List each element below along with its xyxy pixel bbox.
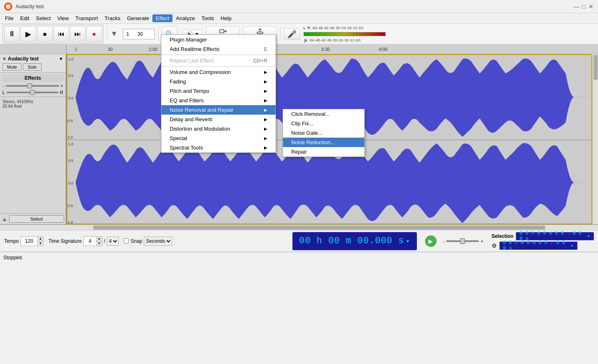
microphone-icon: 🎤 — [288, 30, 297, 39]
menu-tracks[interactable]: Tracks — [101, 14, 124, 22]
scrollbar-track[interactable] — [67, 225, 598, 230]
menu-select[interactable]: Select — [32, 14, 54, 22]
submenu-noise-reduction[interactable]: Noise Reduction... — [283, 138, 364, 147]
close-button[interactable]: ✕ — [588, 4, 594, 9]
track-close-button[interactable]: ✕ — [2, 56, 6, 62]
special-arrow: ▶ — [264, 136, 267, 141]
svg-point-0 — [6, 4, 11, 9]
menu-spectral[interactable]: Spectral Tools ▶ — [161, 143, 276, 152]
tempo-up[interactable]: ▲ — [37, 237, 43, 241]
play-button[interactable]: ▶ — [21, 26, 36, 42]
spectral-arrow: ▶ — [264, 145, 267, 150]
track-menu-button[interactable]: ▼ — [59, 56, 63, 61]
sig-numerator[interactable] — [84, 237, 96, 246]
pan-l-label: L — [2, 90, 5, 95]
sig-divider: / — [104, 238, 105, 244]
menu-delay-reverb[interactable]: Delay and Reverb ▶ — [161, 115, 276, 124]
menu-edit[interactable]: Edit — [17, 14, 32, 22]
menu-effect[interactable]: Effect — [152, 14, 172, 22]
minimize-button[interactable]: — — [573, 4, 579, 9]
sig-denominator[interactable]: 48 — [107, 237, 119, 246]
tempo-input-wrap[interactable]: ▲ ▼ — [21, 236, 44, 246]
amp-label-bn05: -0.5 — [67, 204, 73, 208]
selection-settings-icon[interactable]: ⚙ — [492, 242, 497, 249]
right-scrollbar[interactable] — [592, 54, 598, 224]
menu-generate[interactable]: Generate — [124, 14, 152, 22]
select-button[interactable]: Select — [9, 215, 64, 223]
scrollbar-thumb-h[interactable] — [93, 226, 545, 230]
menu-analyze[interactable]: Analyze — [172, 14, 198, 22]
menu-noise-removal[interactable]: Noise Removal and Repair ▶ — [161, 105, 276, 115]
mute-button[interactable]: Mute — [2, 63, 21, 71]
skip-forward-button[interactable]: ⏭ — [70, 26, 85, 42]
tempo-slider-thumb[interactable] — [460, 238, 465, 244]
menu-help[interactable]: Help — [217, 14, 235, 22]
menu-plugin-manager[interactable]: Plugin Manager — [161, 35, 276, 44]
selection-end-value: 0 0 h 0 0 m 0 0 . 0 0 0 s — [503, 240, 571, 251]
menu-pitch-tempo[interactable]: Pitch and Tempo ▶ — [161, 86, 276, 96]
vol-plus: + — [61, 83, 63, 88]
track-name: Audacity test — [8, 56, 57, 62]
menu-eq-filters[interactable]: EQ and Filters ▶ — [161, 96, 276, 105]
horizontal-scrollbar[interactable] — [0, 225, 598, 230]
window-controls: — □ ✕ — [573, 4, 594, 9]
menu-file[interactable]: File — [2, 14, 17, 22]
menu-fading[interactable]: Fading ▶ — [161, 77, 276, 86]
pan-slider-thumb[interactable] — [30, 90, 35, 95]
menu-tools[interactable]: Tools — [198, 14, 217, 22]
menu-volume-compression[interactable]: Volume and Compression ▶ — [161, 67, 276, 77]
stop-button[interactable]: ■ — [37, 26, 53, 42]
vu-output-icon: 🔊 — [304, 38, 308, 42]
vu-meters: L R -54-48-42-36-30-24-18-12-60 🔊 -54-48… — [304, 25, 596, 43]
svg-rect-1 — [220, 30, 224, 33]
submenu-repair[interactable]: Repair — [283, 147, 364, 157]
amp-label-n05: -0.5 — [67, 119, 73, 123]
track-sample-rate: Stereo, 44100Hz — [2, 99, 63, 104]
menu-add-realtime[interactable]: Add Realtime Effects E — [161, 44, 276, 54]
ruler-mark-400: 4:00 — [379, 47, 387, 52]
position-marker: 1 — [126, 31, 129, 37]
tempo-down[interactable]: ▼ — [37, 241, 43, 246]
solo-button[interactable]: Solo — [23, 63, 41, 71]
sig-num-spinners: ▲ ▼ — [96, 237, 102, 246]
track-metadata: Stereo, 44100Hz 32-bit float — [0, 97, 66, 111]
menu-transport[interactable]: Transport — [72, 14, 101, 22]
skip-back-button[interactable]: ⏮ — [53, 26, 69, 42]
selection-end-arrow[interactable]: ▾ — [570, 243, 573, 249]
submenu-noise-gate[interactable]: Noise Gate... — [283, 128, 364, 138]
selection-start-arrow[interactable]: ▾ — [587, 233, 590, 240]
menu-sep-1 — [161, 55, 276, 55]
amp-label-n1: -1.0 — [67, 135, 73, 139]
sig-num-wrap[interactable]: ▲ ▼ — [83, 236, 102, 246]
submenu-click-removal[interactable]: Click Removal... — [283, 109, 364, 119]
microphone-button[interactable]: 🎤 — [284, 28, 300, 40]
scroll-thumb-v[interactable] — [593, 55, 598, 80]
effects-section: Effects - + L R — [0, 73, 66, 97]
sig-num-up[interactable]: ▲ — [96, 237, 102, 241]
menu-repeat-last[interactable]: Repeat Last Effect Ctrl+R — [161, 56, 276, 65]
play-green-button[interactable]: ▶ — [425, 235, 437, 247]
tempo-slider-track[interactable] — [446, 240, 479, 242]
record-button[interactable]: ● — [86, 26, 102, 42]
sig-num-down[interactable]: ▼ — [96, 241, 102, 246]
pause-button[interactable]: ⏸ — [4, 26, 20, 42]
snap-checkbox[interactable] — [124, 238, 129, 244]
maximize-button[interactable]: □ — [581, 4, 586, 9]
selection-end-display: 0 0 h 0 0 m 0 0 . 0 0 0 s ▾ — [499, 242, 577, 250]
snap-label: Snap — [131, 238, 142, 244]
volume-slider-track[interactable] — [6, 85, 59, 87]
track-spacer — [0, 111, 66, 213]
time-dropdown-arrow[interactable]: ▾ — [406, 237, 410, 245]
time-sig-label: Time Signature — [48, 238, 82, 244]
statusbar: Stopped. — [0, 252, 598, 263]
pan-slider-track[interactable] — [7, 92, 58, 93]
amp-label-bn1: -1.0 — [67, 220, 73, 224]
menu-distortion[interactable]: Distortion and Modulation ▶ — [161, 124, 276, 134]
submenu-clip-fix[interactable]: Clip Fix... — [283, 119, 364, 128]
collapse-button[interactable]: ▲ — [2, 216, 7, 222]
volume-slider-thumb[interactable] — [27, 83, 32, 88]
snap-unit-select[interactable]: Seconds — [144, 237, 172, 246]
menu-view[interactable]: View — [54, 14, 72, 22]
menu-special[interactable]: Special ▶ — [161, 134, 276, 143]
tempo-input[interactable] — [21, 237, 37, 246]
